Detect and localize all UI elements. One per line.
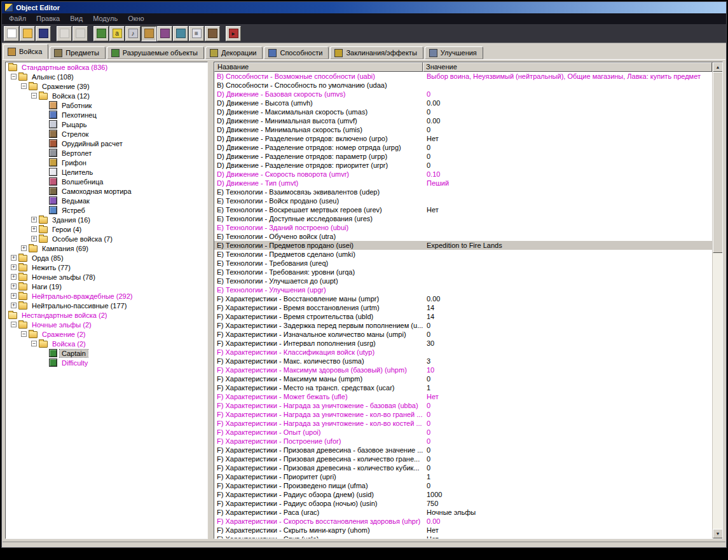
table-row[interactable]: F) Характеристики - Максимум маны (umpm)… [214, 374, 712, 383]
tree-item[interactable]: +Орда (85) [6, 253, 207, 263]
object-manager-button[interactable]: ≡ [189, 26, 204, 41]
tab-units[interactable]: Войска [3, 44, 48, 59]
scrollbar-down-icon[interactable]: ▼ [713, 529, 723, 538]
tree-expand-icon[interactable]: + [11, 264, 17, 270]
tree-item[interactable]: Пехотинец [6, 110, 207, 120]
terrain-editor-button[interactable] [93, 26, 109, 41]
table-row[interactable]: E) Технологии - Улучшается до (uupt) [214, 277, 712, 285]
tree-item[interactable]: +Нежить (77) [6, 263, 207, 272]
table-row[interactable]: F) Характеристики - Время восстановления… [214, 303, 712, 312]
ai-editor-button[interactable] [173, 26, 188, 41]
tree-expand-icon[interactable]: + [21, 245, 27, 251]
table-row[interactable]: F) Характеристики - Призовая древесина -… [214, 463, 712, 472]
tree-expand-icon[interactable]: + [11, 283, 17, 289]
table-row[interactable]: D) Движение - Максимальная скорость (uma… [214, 107, 712, 116]
table-row[interactable]: D) Движение - Разделение отрядов: номер … [214, 143, 712, 152]
table-row[interactable]: F) Характеристики - Изначальное количест… [214, 330, 712, 339]
tree-item[interactable]: +Особые войска (7) [6, 234, 207, 243]
tree-collapse-icon[interactable]: − [11, 74, 17, 79]
tree-item[interactable]: Нестандартные войска (2) [6, 310, 207, 320]
table-row[interactable]: F) Характеристики - Награда за уничтожен… [214, 401, 712, 410]
campaign-editor-button[interactable] [157, 26, 172, 41]
tree-expand-icon[interactable]: + [11, 274, 17, 280]
tree-item[interactable]: Вертолет [6, 148, 207, 158]
table-row[interactable]: F) Характеристики - Призовая древесина -… [214, 454, 712, 463]
table-row[interactable]: F) Характеристики - Раса (urac)Ночные эл… [214, 508, 712, 517]
test-map-button[interactable]: ▸ [226, 26, 241, 41]
table-row[interactable]: E) Технологии - Обучено войск (utra) [214, 232, 712, 241]
tree-item[interactable]: +Здания (16) [6, 215, 207, 224]
table-row[interactable]: B) Способности - Возможные способности (… [214, 72, 712, 81]
object-editor-button[interactable] [141, 26, 156, 41]
tree-item[interactable]: Работник [6, 100, 207, 110]
table-row[interactable]: F) Характеристики - Награда за уничтожен… [214, 410, 712, 419]
scrollbar-thumb[interactable] [713, 72, 723, 253]
table-row[interactable]: F) Характеристики - Интервал пополнения … [214, 339, 712, 348]
tree-collapse-icon[interactable]: − [21, 83, 27, 89]
sound-editor-button[interactable]: ♪ [125, 26, 141, 41]
table-row[interactable]: D) Движение - Тип (umvt)Пеший [214, 179, 712, 188]
table-row[interactable]: F) Характеристики - Восстановление маны … [214, 294, 712, 303]
table-row[interactable]: F) Характеристики - Скрыть мини-карту (u… [214, 526, 712, 535]
import-manager-button[interactable] [205, 26, 220, 41]
panel-splitter[interactable] [208, 62, 214, 539]
tab-destructibles[interactable]: Разрушаемые объекты [107, 46, 204, 59]
menu-edit[interactable]: Правка [31, 14, 65, 24]
table-row[interactable]: E) Технологии - Войск продано (useu) [214, 196, 712, 205]
tree-item[interactable]: −Сражение (39) [6, 81, 207, 91]
tree-expand-icon[interactable]: + [11, 303, 17, 308]
tree-item[interactable]: −Сражение (2) [6, 329, 207, 339]
table-row[interactable]: F) Характеристики - Скорость восстановле… [214, 517, 712, 526]
new-map-button[interactable] [4, 26, 19, 41]
table-row[interactable]: F) Характеристики - Опыт (upoi)0 [214, 428, 712, 437]
tree-collapse-icon[interactable]: − [11, 322, 17, 327]
tree-item[interactable]: Difficulty [6, 358, 207, 367]
tree-item[interactable]: Стандартные войска (836) [6, 62, 207, 72]
table-row[interactable]: F) Характеристики - Место на трансп. сре… [214, 383, 712, 392]
menu-module[interactable]: Модуль [88, 14, 123, 24]
menu-window[interactable]: Окно [123, 14, 149, 24]
table-row[interactable]: E) Технологии - Доступные исследования (… [214, 214, 712, 223]
tree-item[interactable]: +Ночные эльфы (78) [6, 272, 207, 282]
open-map-button[interactable] [20, 26, 35, 41]
tree-item[interactable]: Самоходная мортира [6, 186, 207, 196]
column-header-value[interactable]: Значение [423, 62, 712, 72]
save-map-button[interactable] [36, 26, 51, 41]
table-row[interactable]: D) Движение - Разделение отрядов: приори… [214, 161, 712, 170]
tree-item[interactable]: Рыцарь [6, 120, 207, 129]
tree-expand-icon[interactable]: + [11, 255, 17, 261]
table-row[interactable]: F) Характеристики - Приоритет (upri)1 [214, 472, 712, 481]
tree-item[interactable]: Грифон [6, 158, 207, 167]
title-bar[interactable]: Object Editor [2, 2, 726, 13]
table-row[interactable]: D) Движение - Базовая скорость (umvs)0 [214, 90, 712, 99]
tree-expand-icon[interactable]: + [31, 236, 37, 242]
table-row[interactable]: B) Способности - Способность по умолчани… [214, 81, 712, 90]
tree-item[interactable]: −Войска (12) [6, 91, 207, 100]
tree-item[interactable]: Орудийный расчет [6, 139, 207, 148]
table-row[interactable]: F) Характеристики - Спит (usle)Нет [214, 535, 712, 538]
tree-item[interactable]: Волшебница [6, 177, 207, 186]
table-row[interactable]: E) Технологии - Взаимосвязь эквивалентов… [214, 188, 712, 196]
table-row[interactable]: E) Технологии - Зданий построено (ubui) [214, 223, 712, 232]
column-header-name[interactable]: Название [214, 62, 423, 72]
tab-abilities[interactable]: Способности [264, 46, 329, 59]
tree-collapse-icon[interactable]: − [31, 93, 37, 99]
table-row[interactable]: D) Движение - Разделение отрядов: параме… [214, 152, 712, 161]
menu-file[interactable]: Файл [4, 14, 31, 24]
tree-item[interactable]: −Альянс (108) [6, 72, 207, 81]
table-row[interactable]: F) Характеристики - Максимум здоровья (б… [214, 365, 712, 374]
tree-collapse-icon[interactable]: − [21, 331, 27, 337]
tree-item[interactable]: +Герои (4) [6, 224, 207, 234]
table-row[interactable]: D) Движение - Минимальная скорость (umis… [214, 125, 712, 134]
tree-item[interactable]: Стрелок [6, 129, 207, 139]
table-row[interactable]: F) Характеристики - Может бежать (ufle)Н… [214, 392, 712, 401]
tree-expand-icon[interactable]: + [31, 217, 37, 222]
table-row[interactable]: E) Технологии - Улучшения (upgr) [214, 285, 712, 294]
table-row[interactable]: E) Технологии - Воскрешает мертвых герое… [214, 205, 712, 214]
table-row[interactable]: F) Характеристики - Время строительства … [214, 312, 712, 321]
tree-expand-icon[interactable]: + [11, 293, 17, 299]
table-row[interactable]: F) Характеристики - Призовая древесина -… [214, 446, 712, 454]
table-row[interactable]: E) Технологии - Предметов сделано (umki) [214, 250, 712, 259]
tree-item[interactable]: +Кампания (69) [6, 243, 207, 253]
table-row[interactable]: F) Характеристики - Построение (ufor)0 [214, 437, 712, 446]
